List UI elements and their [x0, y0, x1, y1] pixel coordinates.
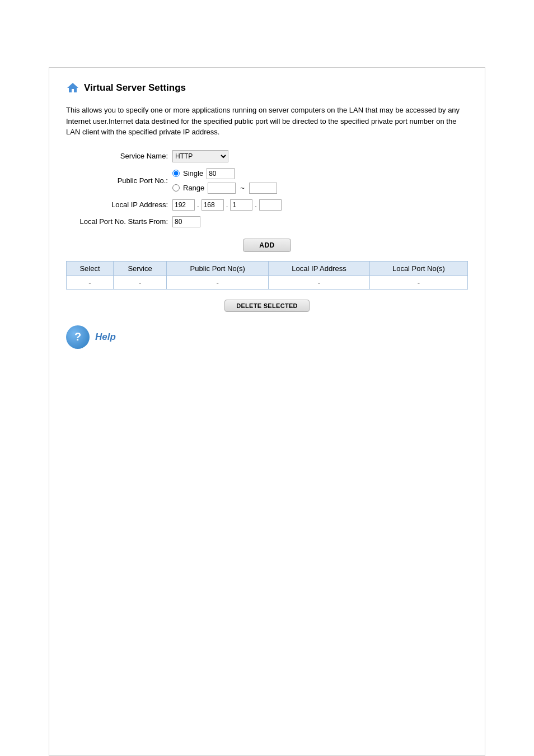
ip-octet2-input[interactable] — [202, 199, 224, 211]
delete-selected-button[interactable]: DELETE SELECTED — [224, 300, 310, 312]
virtual-server-form: Service Name: HTTP FTP TELNET SMTP DNS T… — [66, 150, 468, 227]
service-name-select[interactable]: HTTP FTP TELNET SMTP DNS TFTP FINGER HTT… — [172, 150, 228, 162]
page-title: Virtual Server Settings — [84, 82, 186, 94]
range-label: Range — [183, 184, 204, 192]
single-radio-row: Single — [172, 168, 277, 179]
tilde-separator: ~ — [239, 184, 246, 192]
table-header-row: Select Service Public Port No(s) Local I… — [67, 261, 468, 276]
help-icon[interactable]: ? — [66, 325, 90, 349]
local-ip-row: Local IP Address: . . . — [66, 199, 468, 211]
help-section: ? Help — [66, 325, 468, 349]
table-row: - - - - - — [67, 276, 468, 289]
service-name-controls: HTTP FTP TELNET SMTP DNS TFTP FINGER HTT… — [172, 150, 228, 162]
col-select: Select — [67, 261, 114, 276]
col-public-port: Public Port No(s) — [167, 261, 269, 276]
home-icon — [66, 81, 79, 95]
ip-octet3-input[interactable] — [230, 199, 252, 211]
public-port-controls: Single Range ~ — [172, 168, 277, 194]
range-from-input[interactable] — [208, 183, 236, 194]
row-public-port: - — [167, 276, 269, 289]
public-port-label: Public Port No.: — [66, 176, 172, 185]
single-radio[interactable] — [172, 170, 180, 177]
port-radio-group: Single Range ~ — [172, 168, 277, 194]
ip-octet4-input[interactable] — [259, 199, 282, 211]
ip-octet1-input[interactable] — [172, 199, 195, 211]
range-radio-row: Range ~ — [172, 183, 277, 194]
page-description: This allows you to specify one or more a… — [66, 105, 468, 138]
local-port-controls — [172, 216, 200, 227]
help-icon-text: ? — [74, 330, 81, 343]
add-button-row: ADD — [66, 239, 468, 252]
local-port-row: Local Port No. Starts From: — [66, 216, 468, 227]
single-label: Single — [183, 169, 203, 178]
row-service: - — [113, 276, 166, 289]
local-port-label: Local Port No. Starts From: — [66, 216, 172, 226]
dot3: . — [255, 200, 257, 209]
help-label[interactable]: Help — [95, 332, 116, 343]
local-ip-controls: . . . — [172, 199, 282, 211]
local-port-input[interactable] — [172, 216, 200, 227]
row-select: - — [67, 276, 114, 289]
public-port-row: Public Port No.: Single Range ~ — [66, 168, 468, 194]
add-button[interactable]: ADD — [243, 239, 291, 252]
col-service: Service — [113, 261, 166, 276]
single-port-input[interactable] — [207, 168, 235, 179]
entries-table-section: Select Service Public Port No(s) Local I… — [66, 261, 468, 290]
page-title-section: Virtual Server Settings — [66, 81, 468, 95]
entries-table: Select Service Public Port No(s) Local I… — [66, 261, 468, 290]
dot2: . — [226, 200, 228, 209]
dot1: . — [197, 200, 199, 209]
service-name-row: Service Name: HTTP FTP TELNET SMTP DNS T… — [66, 150, 468, 162]
range-radio[interactable] — [172, 184, 180, 192]
col-local-port: Local Port No(s) — [369, 261, 467, 276]
row-local-ip: - — [269, 276, 370, 289]
row-local-port: - — [369, 276, 467, 289]
local-ip-label: Local IP Address: — [66, 200, 172, 209]
service-name-label: Service Name: — [66, 152, 172, 160]
range-to-input[interactable] — [249, 183, 277, 194]
col-local-ip: Local IP Address — [269, 261, 370, 276]
delete-button-row: DELETE SELECTED — [66, 300, 468, 312]
